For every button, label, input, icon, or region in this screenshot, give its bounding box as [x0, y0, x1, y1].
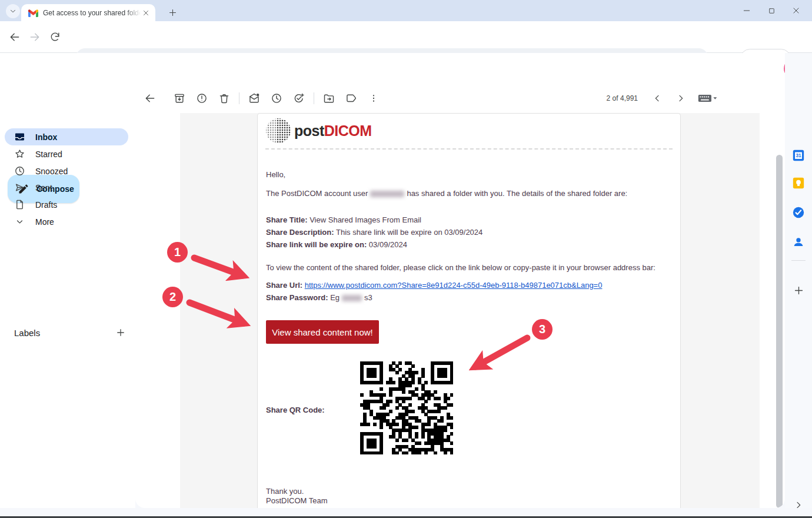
mail-toolbar: 2 of 4,991	[135, 84, 785, 112]
tasks-icon[interactable]	[792, 206, 805, 219]
bottom-strip	[0, 508, 812, 516]
signature-text: PostDICOM Team	[266, 496, 672, 505]
tab-search-button[interactable]	[6, 4, 20, 18]
mark-unread-button[interactable]	[243, 87, 265, 109]
sidebar-item-label: Inbox	[35, 132, 57, 142]
pagination: 2 of 4,991	[607, 84, 720, 112]
add-label-icon[interactable]	[115, 327, 126, 338]
star-icon	[14, 148, 25, 160]
draft-icon	[14, 199, 25, 210]
email-scrollbar[interactable]	[776, 155, 783, 508]
browser-window: Get access to your shared folde mail.goo…	[0, 0, 812, 518]
annotation-badge-2: 2	[162, 287, 183, 307]
forward-button[interactable]	[25, 27, 45, 47]
email-content-card: postDICOM Hello, The PostDICOM account u…	[257, 113, 681, 508]
close-button[interactable]	[792, 6, 800, 15]
labels-section: Labels	[14, 327, 126, 338]
qr-code-label: Share QR Code:	[266, 406, 325, 414]
sidebar-item-more[interactable]: More	[5, 213, 128, 230]
calendar-day-label: 31	[796, 153, 801, 158]
sidebar-item-snoozed[interactable]: Snoozed	[5, 162, 128, 180]
browser-tab[interactable]: Get access to your shared folde	[21, 4, 155, 21]
toolbar-divider	[239, 92, 239, 104]
sidebar-item-inbox[interactable]: Inbox	[5, 128, 128, 145]
calendar-icon[interactable]: 31	[792, 149, 805, 162]
sidebar-item-label: More	[35, 217, 54, 227]
redacted-password	[342, 295, 362, 301]
minimize-button[interactable]	[743, 6, 751, 15]
back-to-inbox-button[interactable]	[139, 87, 161, 109]
share-description-row: Share Description: This share link will …	[266, 228, 672, 237]
input-tools-button[interactable]	[695, 87, 720, 109]
tab-title: Get access to your shared folde	[43, 9, 141, 17]
sidebar-item-label: Sent	[35, 183, 52, 192]
gmail-sidebar: Compose Inbox Starred Snoozed Sent Draft…	[0, 84, 135, 508]
share-url-row: Share Url: https://www.postdicom.com?Sha…	[266, 281, 672, 290]
instruction-text: To view the content of the shared folder…	[266, 263, 672, 272]
annotation-badge-1: 1	[167, 242, 188, 263]
toolbar-divider	[314, 92, 314, 104]
keep-icon[interactable]	[792, 177, 805, 190]
share-expiry-row: Share link will be expire on: 03/09/2024	[266, 240, 672, 249]
separator	[265, 148, 673, 150]
gmail-favicon-icon	[28, 9, 38, 16]
postdicom-globe-icon	[265, 117, 292, 144]
labels-header: Labels	[14, 328, 40, 338]
chevron-down-icon	[14, 216, 25, 227]
back-button[interactable]	[5, 27, 25, 47]
window-controls	[743, 0, 807, 21]
mail-view-card: 2 of 4,991 p	[135, 84, 785, 508]
sidebar-item-label: Drafts	[35, 200, 57, 210]
greeting-text: Hello,	[266, 170, 672, 179]
share-qr-code	[360, 361, 453, 454]
snooze-button[interactable]	[265, 87, 288, 109]
gmail-header: Gmail Search mail	[0, 53, 812, 84]
get-addons-icon[interactable]	[791, 283, 806, 297]
share-password-row: Share Password: Egs3	[266, 293, 672, 302]
chevron-down-icon	[9, 7, 17, 15]
delete-button[interactable]	[213, 87, 235, 109]
older-email-button[interactable]	[672, 87, 690, 109]
inbox-icon	[14, 131, 25, 142]
tab-strip: Get access to your shared folde	[0, 0, 812, 21]
postdicom-logo: postDICOM	[265, 117, 372, 144]
newer-email-button[interactable]	[648, 87, 666, 109]
sidebar-item-drafts[interactable]: Drafts	[5, 196, 128, 213]
share-url-link[interactable]: https://www.postdicom.com?Share=8e91d224…	[305, 281, 603, 290]
rail-divider	[791, 260, 806, 261]
new-tab-button[interactable]	[165, 5, 180, 20]
clock-icon	[14, 165, 25, 177]
add-to-tasks-button[interactable]	[288, 87, 310, 109]
move-to-button[interactable]	[318, 87, 340, 109]
browser-toolbar: mail.google.com/mail/u/0/#inbox/FMfcgzGx…	[0, 21, 812, 53]
logo-post-text: post	[294, 122, 324, 139]
redacted-username	[370, 191, 404, 197]
closing-text: Thank you.	[266, 487, 672, 496]
view-shared-content-button[interactable]: View shared content now!	[266, 320, 379, 344]
email-body-background: postDICOM Hello, The PostDICOM account u…	[180, 113, 760, 508]
logo-dicom-text: DICOM	[324, 122, 372, 139]
tab-close-icon[interactable]	[141, 8, 151, 18]
archive-button[interactable]	[168, 87, 191, 109]
send-icon	[14, 182, 25, 193]
google-side-rail: 31	[785, 53, 812, 516]
sidebar-item-starred[interactable]: Starred	[5, 145, 128, 162]
annotation-badge-3: 3	[532, 319, 553, 340]
share-title-row: Share Title: View Shared Images From Ema…	[266, 215, 672, 224]
email-count: 2 of 4,991	[607, 94, 638, 102]
intro-text: The PostDICOM account userhas shared a f…	[266, 189, 672, 198]
more-options-icon[interactable]	[362, 87, 385, 109]
report-spam-button[interactable]	[191, 87, 213, 109]
sidebar-item-sent[interactable]: Sent	[5, 179, 128, 196]
sidebar-item-label: Starred	[35, 150, 62, 159]
maximize-button[interactable]	[767, 6, 776, 15]
reload-button[interactable]	[45, 27, 65, 47]
contacts-icon[interactable]	[792, 235, 805, 248]
labels-button[interactable]	[340, 87, 362, 109]
sidebar-item-label: Snoozed	[35, 167, 68, 176]
